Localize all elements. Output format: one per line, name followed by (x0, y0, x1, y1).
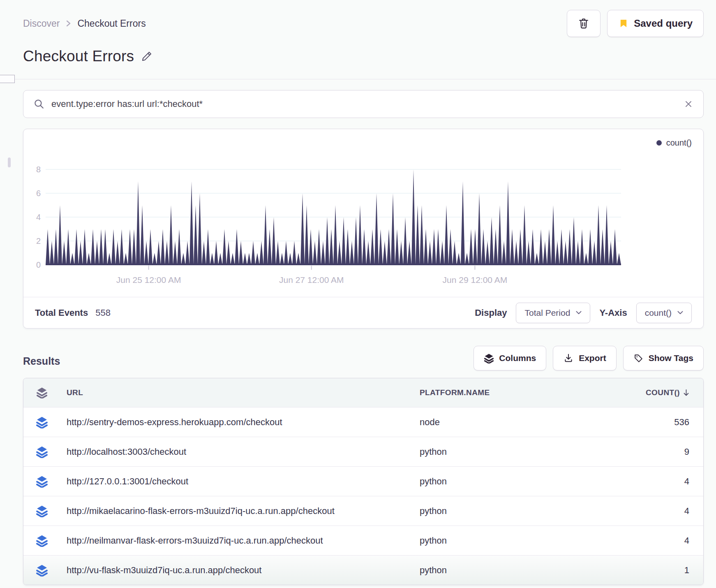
columns-button-label: Columns (499, 353, 536, 363)
row-stack-button[interactable] (36, 416, 48, 428)
row-platform: node (420, 417, 613, 428)
saved-query-label: Saved query (634, 18, 693, 29)
stack-column-header[interactable] (23, 387, 60, 398)
header-bar: Discover Checkout Errors (23, 10, 704, 37)
title-row: Checkout Errors (23, 46, 704, 67)
saved-query-button[interactable]: Saved query (607, 10, 704, 37)
svg-text:Jun 25 12:00 AM: Jun 25 12:00 AM (116, 275, 181, 285)
row-count: 536 (613, 417, 703, 428)
layers-icon (484, 353, 494, 363)
page-title: Checkout Errors (23, 48, 134, 65)
yaxis-label: Y-Axis (599, 308, 627, 318)
column-header-url[interactable]: URL (60, 388, 420, 397)
pencil-icon (141, 50, 153, 63)
row-url: http://127.0.0.1:3001/checkout (60, 476, 420, 487)
layers-icon (36, 387, 48, 398)
layers-icon (36, 535, 48, 547)
x-axis-labels: Jun 25 12:00 AMJun 27 12:00 AMJun 29 12:… (116, 275, 507, 285)
discover-page: Discover Checkout Errors (0, 0, 716, 585)
row-platform: python (420, 535, 613, 546)
table-row: http://127.0.0.1:3001/checkout python 4 (23, 466, 703, 496)
results-title: Results (23, 355, 60, 370)
close-icon (684, 99, 693, 109)
panel-collapse-handle[interactable] (0, 75, 15, 83)
row-count: 4 (613, 506, 703, 516)
x-axis-ticks (149, 266, 475, 270)
total-events: Total Events 558 (35, 308, 111, 318)
row-url: http://neilmanvar-flask-errors-m3uuizd7i… (60, 535, 420, 546)
row-platform: python (420, 447, 613, 457)
legend-dot (656, 140, 662, 146)
delete-query-button[interactable] (567, 10, 601, 37)
svg-text:4: 4 (36, 213, 41, 222)
row-stack-button[interactable] (36, 564, 48, 576)
export-button[interactable]: Export (553, 346, 617, 370)
layers-icon (36, 505, 48, 517)
legend-label: count() (666, 138, 692, 148)
search-clear-button[interactable] (684, 99, 693, 109)
yaxis-dropdown[interactable]: count() (636, 303, 692, 323)
y-axis-labels: 02468 (36, 165, 41, 269)
row-stack-button[interactable] (36, 535, 48, 547)
svg-text:8: 8 (36, 165, 41, 174)
layers-icon (36, 475, 48, 488)
row-count: 4 (613, 535, 703, 546)
chart-controls: Display Total Period Y-Axis count() (475, 303, 692, 323)
row-stack-button[interactable] (36, 505, 48, 517)
chart-legend: count() (656, 138, 692, 148)
layers-icon (36, 446, 48, 458)
svg-text:6: 6 (36, 189, 41, 198)
results-table: URL PLATFORM.NAME COUNT() http://sentry-… (23, 378, 704, 585)
download-icon (563, 353, 574, 363)
section-divider (0, 79, 716, 79)
row-url: http://vu-flask-m3uuizd7iq-uc.a.run.app/… (60, 565, 420, 576)
search-bar[interactable] (23, 90, 704, 118)
svg-text:0: 0 (36, 260, 41, 269)
chevron-down-icon (677, 311, 683, 315)
display-label: Display (475, 308, 507, 318)
row-stack-button[interactable] (36, 446, 48, 458)
row-platform: python (420, 506, 613, 516)
layers-icon (36, 564, 48, 576)
table-row: http://sentry-demos-express.herokuapp.co… (23, 407, 703, 437)
show-tags-button[interactable]: Show Tags (623, 346, 704, 370)
row-stack-button[interactable] (36, 475, 48, 488)
svg-text:Jun 29 12:00 AM: Jun 29 12:00 AM (443, 275, 508, 285)
table-row: http://neilmanvar-flask-errors-m3uuizd7i… (23, 525, 703, 555)
results-buttons: Columns Export Show Tags (473, 346, 704, 370)
column-header-count[interactable]: COUNT() (613, 388, 703, 397)
scroll-pill (8, 157, 11, 167)
row-platform: python (420, 565, 613, 576)
show-tags-button-label: Show Tags (649, 353, 693, 363)
table-row: http://localhost:3003/checkout python 9 (23, 437, 703, 466)
header-actions: Saved query (567, 10, 704, 37)
export-button-label: Export (579, 353, 606, 363)
row-count: 4 (613, 476, 703, 487)
breadcrumb-discover[interactable]: Discover (23, 18, 60, 29)
chevron-down-icon (576, 311, 582, 315)
table-row: http://vu-flask-m3uuizd7iq-uc.a.run.app/… (23, 555, 703, 585)
yaxis-dropdown-value: count() (645, 308, 672, 318)
columns-button[interactable]: Columns (473, 346, 546, 370)
events-chart-svg[interactable]: 02468 Jun 25 12:00 AMJun 27 12:00 AMJun … (23, 129, 703, 297)
total-events-label: Total Events (35, 308, 88, 318)
table-header-row: URL PLATFORM.NAME COUNT() (23, 378, 703, 407)
sort-desc-icon (683, 389, 689, 396)
row-count: 1 (613, 565, 703, 576)
chart-footer: Total Events 558 Display Total Period Y-… (23, 297, 703, 328)
row-url: http://localhost:3003/checkout (60, 447, 420, 457)
row-platform: python (420, 476, 613, 487)
total-events-value: 558 (95, 308, 111, 318)
count-header-label: COUNT() (646, 388, 680, 397)
tag-icon (633, 353, 644, 363)
row-count: 9 (613, 447, 703, 457)
breadcrumb: Discover Checkout Errors (23, 18, 146, 29)
svg-text:2: 2 (36, 236, 41, 245)
edit-title-button[interactable] (141, 50, 153, 63)
column-header-platform[interactable]: PLATFORM.NAME (420, 388, 613, 397)
events-chart-panel: count() 02468 Jun 25 12:00 AMJun 27 12:0… (23, 129, 704, 329)
search-input[interactable] (51, 99, 677, 109)
breadcrumb-current: Checkout Errors (77, 18, 146, 29)
trash-icon (577, 17, 590, 30)
display-dropdown[interactable]: Total Period (516, 303, 590, 323)
